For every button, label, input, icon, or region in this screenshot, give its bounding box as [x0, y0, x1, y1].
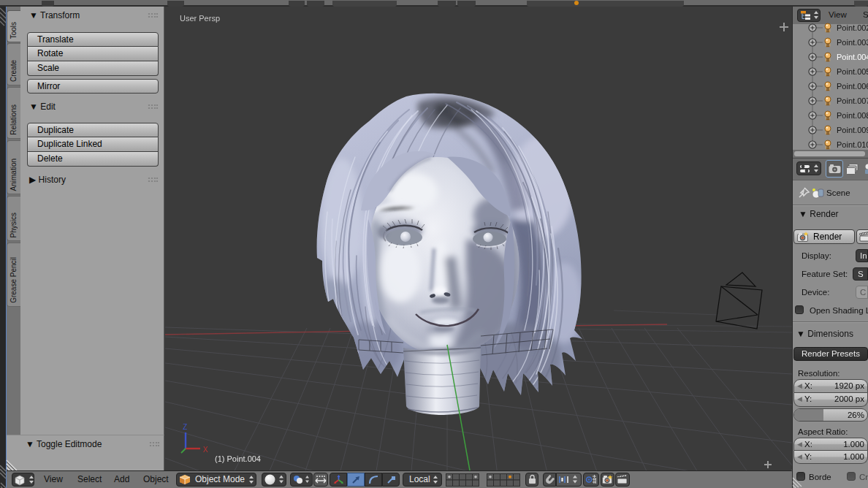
svg-text:Point.008: Point.008 [837, 111, 868, 120]
svg-text:Point.003: Point.003 [837, 38, 868, 47]
svg-text:Point.009: Point.009 [837, 126, 868, 134]
svg-text:Point.005: Point.005 [837, 67, 868, 76]
svg-text:X: X [203, 446, 208, 454]
svg-text:Point.007: Point.007 [837, 96, 868, 105]
svg-text:Point.002: Point.002 [837, 23, 868, 32]
svg-text:(1) Point.004: (1) Point.004 [215, 454, 261, 463]
svg-text:User Persp: User Persp [180, 14, 220, 23]
svg-text:Point.006: Point.006 [837, 82, 868, 91]
svg-text:Z: Z [183, 423, 187, 431]
svg-text:Point.010: Point.010 [837, 140, 868, 149]
svg-text:Point.004: Point.004 [837, 53, 868, 61]
